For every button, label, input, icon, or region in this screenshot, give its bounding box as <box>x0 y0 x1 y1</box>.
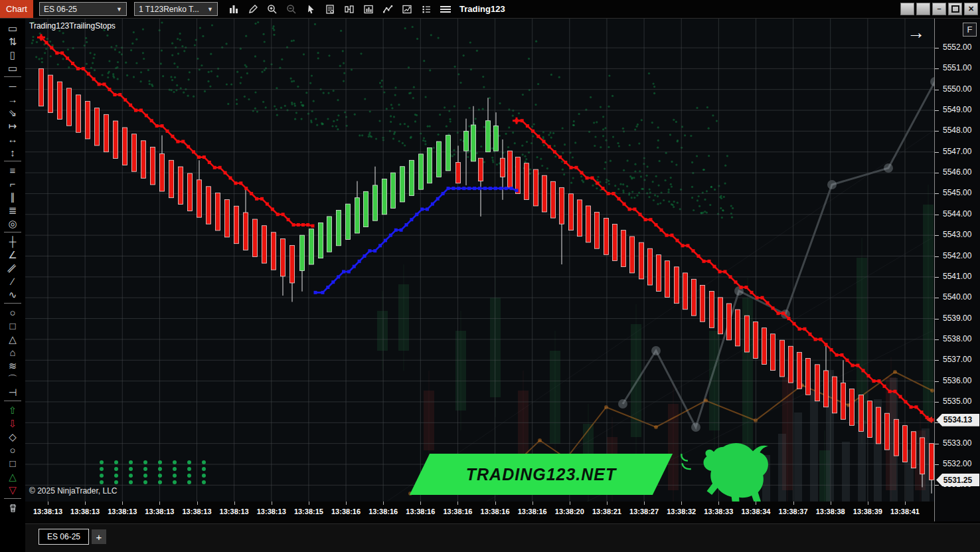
ellipse-marker-icon[interactable]: ○ <box>4 443 21 456</box>
dot-grid-watermark <box>100 460 206 484</box>
time-tick <box>681 502 682 505</box>
price-tick <box>935 298 939 298</box>
data-box-icon[interactable] <box>322 2 337 17</box>
chevron-down-icon: ▼ <box>116 6 122 13</box>
time-tick <box>346 502 347 505</box>
arrow-down-marker-icon[interactable]: ⇩ <box>4 416 21 430</box>
chart-style-icon[interactable] <box>361 2 376 17</box>
cursor-icon[interactable] <box>303 2 318 17</box>
freehand-curve-icon[interactable]: ∿ <box>4 288 21 301</box>
series-dropdown-value: 1 T123Renko T... <box>139 5 203 14</box>
time-label: 13:38:13 <box>213 507 256 515</box>
price-label: 5537.00 <box>943 355 971 364</box>
time-tick <box>793 502 794 505</box>
price-label: 5549.00 <box>943 105 971 114</box>
target-circles-icon[interactable]: ◎ <box>4 217 21 230</box>
window-button-blank-1[interactable] <box>900 3 914 15</box>
time-tick <box>831 502 831 505</box>
horizontal-line-icon[interactable]: ↔ <box>4 132 21 145</box>
strategy-icon[interactable] <box>399 2 414 17</box>
maximize-icon <box>951 5 959 13</box>
ruler-icon[interactable]: ▭ <box>4 21 21 35</box>
ruler-levels-icon[interactable]: ≡ <box>4 163 21 177</box>
updown-arrows-icon[interactable]: ⇅ <box>4 35 21 48</box>
time-cycles-icon[interactable]: ∥ <box>4 190 21 203</box>
square-marker-icon[interactable]: □ <box>4 456 21 470</box>
chart-menu-button[interactable]: Chart <box>0 0 33 18</box>
time-tick <box>607 502 608 505</box>
price-marker-icon[interactable]: ⊣ <box>4 385 21 399</box>
zigzag-icon[interactable] <box>380 2 395 17</box>
close-button[interactable]: ✕ <box>964 3 978 15</box>
price-label: 5533.00 <box>943 438 971 448</box>
triangle-down-marker-icon[interactable]: ▽ <box>4 483 21 496</box>
andrews-pitchfork-icon[interactable]: ┼ <box>4 234 21 248</box>
price-tick <box>935 173 939 173</box>
arrow-up-marker-icon[interactable]: ⇧ <box>4 403 21 416</box>
polygon-icon[interactable]: ⌂ <box>4 345 21 359</box>
window-button-blank-2[interactable] <box>916 3 930 15</box>
sidebar-divider <box>4 76 21 77</box>
triangle-icon[interactable]: △ <box>4 332 21 345</box>
fibonacci-extensions-icon[interactable]: ≣ <box>4 203 21 217</box>
instrument-dropdown[interactable]: ES 06-25 ▼ <box>39 2 127 16</box>
price-tick <box>935 277 939 278</box>
price-tick <box>935 360 939 361</box>
trading123-banner: TRADING123.NET <box>410 454 673 495</box>
zoom-out-icon[interactable] <box>284 2 299 17</box>
price-tick <box>935 319 939 320</box>
vertical-line-icon[interactable]: ↕ <box>4 145 21 159</box>
time-tick <box>868 502 868 505</box>
time-label: 13:38:13 <box>64 507 106 515</box>
time-axis[interactable]: 13:38:1313:38:1313:38:1313:38:1313:38:13… <box>25 502 934 523</box>
price-tick <box>935 68 939 69</box>
chart-type-icon[interactable] <box>226 2 241 17</box>
tab-es-06-25[interactable]: ES 06-25 <box>39 529 89 545</box>
price-tick <box>935 193 939 194</box>
toolbar-icons <box>226 2 453 17</box>
rectangle-icon[interactable]: □ <box>4 319 21 332</box>
arrow-right-icon[interactable]: → <box>907 24 925 42</box>
price-tick <box>935 110 939 111</box>
zoom-in-icon[interactable] <box>264 2 280 17</box>
arrow-line-icon[interactable]: → <box>4 92 21 106</box>
price-label: 5545.00 <box>943 188 971 197</box>
triangle-up-marker-icon[interactable]: △ <box>4 470 21 483</box>
fibonacci-retracement-icon[interactable]: ⌐ <box>4 177 21 190</box>
panels-icon[interactable] <box>341 2 357 17</box>
tab-strip: ES 06-25 + <box>25 523 980 552</box>
bull-logo <box>677 442 777 502</box>
price-label: 5547.00 <box>943 147 971 156</box>
price-label: 5542.00 <box>943 251 971 260</box>
extended-line-icon[interactable]: ⇘ <box>4 106 21 119</box>
time-tick <box>197 502 198 505</box>
menu-icon[interactable] <box>438 2 453 17</box>
text-annotation-icon[interactable]: ≋ <box>4 359 21 372</box>
region-highlight-x-icon[interactable]: ▭ <box>4 61 21 74</box>
minimize-button[interactable]: – <box>932 3 946 15</box>
price-tick <box>935 235 939 236</box>
fixed-scale-button[interactable]: F <box>963 23 977 37</box>
properties-icon[interactable] <box>418 2 434 17</box>
price-tick <box>935 339 939 340</box>
price-label: 5532.00 <box>943 459 971 468</box>
sidebar-divider <box>4 401 21 401</box>
drawing-tools-icon[interactable] <box>245 2 260 17</box>
price-axis[interactable]: F 5552.005551.005550.005549.005548.00554… <box>934 18 980 521</box>
trailing-stop-down-2 <box>513 118 934 422</box>
chart-plot-area[interactable]: Trading123TrailingStops © 2025 NinjaTrad… <box>25 19 934 502</box>
price-tick <box>935 256 939 257</box>
ellipse-icon[interactable]: ○ <box>4 306 21 319</box>
time-tick <box>85 502 86 505</box>
maximize-button[interactable] <box>948 3 962 15</box>
region-highlight-y-icon[interactable]: ▯ <box>4 48 21 61</box>
diamond-marker-icon[interactable]: ◇ <box>4 430 21 443</box>
arc-icon[interactable]: ⌒ <box>4 372 21 385</box>
series-dropdown[interactable]: 1 T123Renko T... ▼ <box>134 2 218 16</box>
trailing-stop-up <box>314 187 519 294</box>
ray-icon[interactable]: ↦ <box>4 119 21 132</box>
add-tab-button[interactable]: + <box>92 529 106 544</box>
line-segment-icon[interactable]: ─ <box>4 79 21 92</box>
time-label: 13:38:15 <box>287 507 330 515</box>
trash-icon[interactable] <box>4 501 21 514</box>
